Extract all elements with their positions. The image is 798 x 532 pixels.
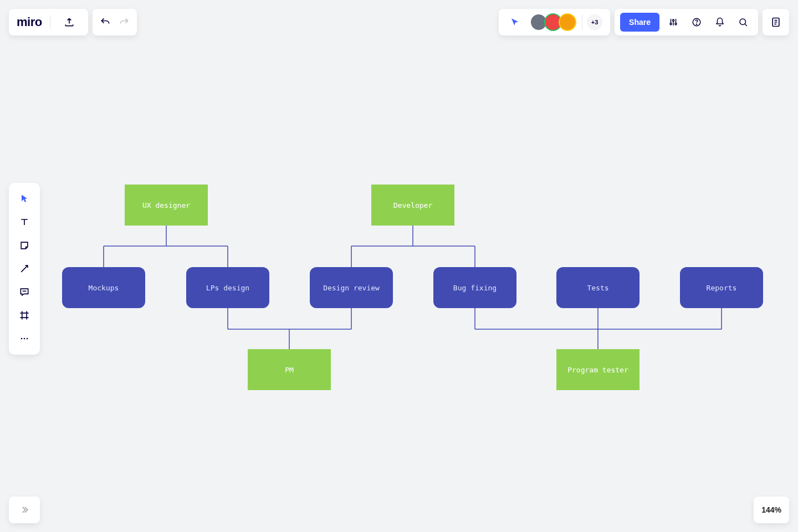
svg-point-18: [696, 24, 697, 24]
task-reports[interactable]: Reports: [680, 267, 763, 308]
task-mockups[interactable]: Mockups: [62, 267, 145, 308]
collaborator-avatar[interactable]: [559, 13, 576, 31]
comment-icon: [19, 287, 30, 298]
redo-button[interactable]: [115, 9, 134, 35]
svg-point-23: [27, 338, 28, 340]
presence-panel: +3: [499, 9, 610, 35]
svg-point-21: [21, 338, 23, 340]
more-tools[interactable]: [9, 327, 40, 350]
role-pm[interactable]: PM: [248, 349, 331, 390]
undo-icon: [100, 17, 111, 28]
line-tool[interactable]: [9, 257, 40, 280]
document-icon: [770, 17, 781, 28]
share-panel: Share: [615, 9, 758, 35]
chevrons-right-icon: [19, 504, 30, 515]
task-review[interactable]: Design review: [310, 267, 393, 308]
task-lps[interactable]: LPs design: [186, 267, 269, 308]
zoom-indicator[interactable]: 144%: [754, 497, 789, 523]
svg-point-19: [740, 19, 746, 25]
text-tool[interactable]: [9, 211, 40, 234]
notifications-button[interactable]: [710, 13, 729, 32]
follow-cursor-button[interactable]: [505, 13, 524, 32]
pointer-icon: [19, 193, 30, 204]
settings-button[interactable]: [664, 13, 683, 32]
logo-panel: miro: [9, 9, 88, 35]
avatar-overflow[interactable]: +3: [586, 13, 603, 31]
frame-tool[interactable]: [9, 304, 40, 327]
more-icon: [19, 333, 30, 344]
search-button[interactable]: [734, 13, 753, 32]
undo-button[interactable]: [96, 9, 115, 35]
sticky-icon: [19, 240, 30, 251]
role-tester[interactable]: Program tester: [556, 349, 640, 390]
role-dev[interactable]: Developer: [371, 185, 454, 226]
tool-toolbar: [9, 183, 40, 355]
export-button[interactable]: [58, 9, 80, 35]
outline-button[interactable]: [763, 9, 789, 35]
select-tool[interactable]: [9, 187, 40, 211]
undo-redo-panel: [93, 9, 137, 35]
comment-tool[interactable]: [9, 280, 40, 304]
task-bug[interactable]: Bug fixing: [433, 267, 516, 308]
collaborator-avatars[interactable]: [530, 13, 576, 31]
cursor-icon: [510, 17, 520, 27]
arrow-icon: [19, 263, 30, 274]
export-icon: [64, 17, 75, 28]
diagram-connectors: [0, 0, 798, 532]
text-icon: [19, 217, 30, 228]
board-canvas[interactable]: UX designerDeveloperPMProgram testerMock…: [0, 0, 798, 532]
frame-icon: [19, 310, 30, 321]
bell-icon: [715, 17, 725, 27]
divider: [50, 16, 50, 29]
sliders-icon: [668, 17, 678, 27]
task-tests[interactable]: Tests: [556, 267, 640, 308]
zoom-value: 144%: [761, 505, 781, 514]
miro-logo[interactable]: miro: [17, 15, 42, 29]
redo-icon: [119, 17, 130, 28]
role-ux[interactable]: UX designer: [125, 185, 208, 226]
expand-panel-button[interactable]: [9, 497, 40, 523]
search-icon: [738, 17, 748, 27]
top-right-controls: +3 Share: [499, 9, 789, 35]
help-icon: [692, 17, 702, 27]
sticky-note-tool[interactable]: [9, 234, 40, 257]
help-button[interactable]: [687, 13, 706, 32]
top-left-controls: miro: [9, 9, 137, 35]
share-button[interactable]: Share: [620, 13, 659, 32]
svg-point-22: [24, 338, 25, 340]
divider: [582, 14, 582, 30]
